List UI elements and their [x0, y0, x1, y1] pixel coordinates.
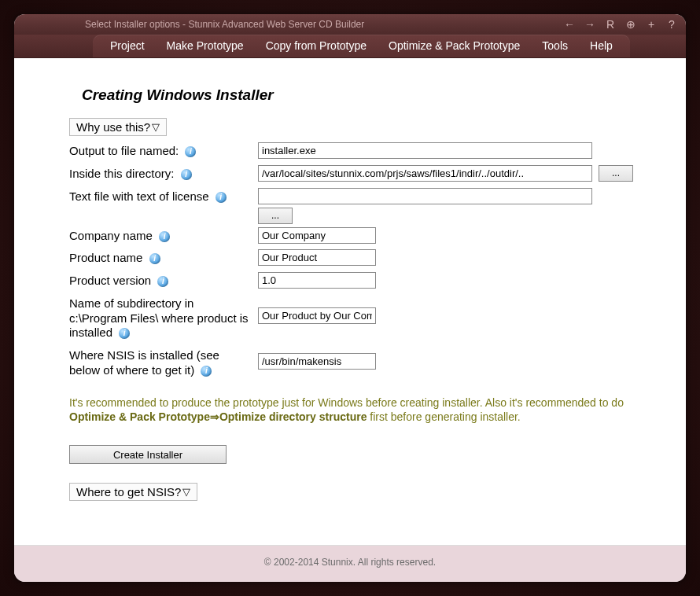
product-input[interactable] [258, 249, 376, 266]
company-input[interactable] [258, 227, 376, 244]
browse-license-button[interactable]: ... [258, 208, 293, 224]
version-input[interactable] [258, 272, 376, 289]
info-icon[interactable] [185, 146, 196, 157]
output-file-input[interactable] [258, 142, 592, 159]
menubar: Project Make Prototype Copy from Prototy… [14, 35, 686, 58]
browse-dir-button[interactable]: ... [599, 165, 633, 182]
menu-optimize-pack[interactable]: Optimize & Pack Prototype [378, 35, 531, 57]
label-output-file: Output to file named: [69, 144, 179, 157]
menu-project[interactable]: Project [99, 35, 156, 57]
info-icon[interactable] [149, 253, 160, 264]
nsis-input[interactable] [258, 353, 376, 370]
forward-icon[interactable]: → [584, 18, 596, 31]
note-text-1: It's recommended to produce the prototyp… [69, 396, 624, 409]
create-installer-button[interactable]: Create Installer [69, 445, 227, 464]
chevron-down-icon: ▽ [182, 486, 190, 498]
note-text-2: first before generating installer. [367, 410, 520, 423]
info-icon[interactable] [181, 169, 192, 180]
titlebar-controls: ← → R ⊕ + ? [563, 14, 678, 35]
chevron-down-icon: ▽ [152, 121, 160, 133]
expander-why-label: Why use this? [76, 120, 150, 134]
note-bold: Optimize & Pack Prototype⇒Optimize direc… [69, 410, 367, 423]
expander-nsis-label: Where to get NSIS? [76, 485, 181, 499]
menu-make-prototype[interactable]: Make Prototype [156, 35, 255, 57]
info-icon[interactable] [157, 276, 168, 287]
target-icon[interactable]: ⊕ [624, 18, 637, 31]
window-title: Select Installer options - Stunnix Advan… [85, 19, 364, 30]
help-icon[interactable]: ? [665, 18, 678, 31]
recommendation-note: It's recommended to produce the prototyp… [69, 395, 639, 425]
label-company: Company name [69, 229, 153, 242]
app-window: Select Installer options - Stunnix Advan… [14, 14, 686, 582]
page-title: Creating Windows Installer [82, 86, 639, 104]
info-icon[interactable] [201, 366, 212, 377]
content-area: Creating Windows Installer Why use this?… [14, 58, 686, 545]
menu-copy-from-prototype[interactable]: Copy from Prototype [255, 35, 378, 57]
titlebar: Select Installer options - Stunnix Advan… [14, 14, 686, 35]
label-subdir: Name of subdirectory in c:\Program Files… [69, 296, 249, 340]
label-product: Product name [69, 251, 142, 264]
label-version: Product version [69, 274, 151, 287]
info-icon[interactable] [119, 328, 130, 339]
footer-text: © 2002-2014 Stunnix. All rights reserved… [264, 557, 436, 568]
label-nsis: Where NSIS is installed (see below of wh… [69, 348, 219, 377]
footer: © 2002-2014 Stunnix. All rights reserved… [14, 545, 686, 582]
reload-icon[interactable]: R [604, 18, 617, 31]
plus-icon[interactable]: + [645, 18, 658, 31]
inside-dir-input[interactable] [258, 165, 592, 182]
info-icon[interactable] [216, 192, 227, 203]
back-icon[interactable]: ← [563, 18, 576, 31]
menu-tools[interactable]: Tools [531, 35, 579, 57]
info-icon[interactable] [159, 231, 170, 242]
license-file-input[interactable] [258, 188, 592, 204]
expander-why-use-this[interactable]: Why use this?▽ [69, 118, 167, 136]
menu-help[interactable]: Help [579, 35, 624, 57]
label-license-file: Text file with text of license [69, 189, 209, 203]
label-inside-dir: Inside this directory: [69, 167, 174, 180]
subdir-input[interactable] [258, 307, 376, 324]
expander-where-nsis[interactable]: Where to get NSIS?▽ [69, 483, 197, 501]
